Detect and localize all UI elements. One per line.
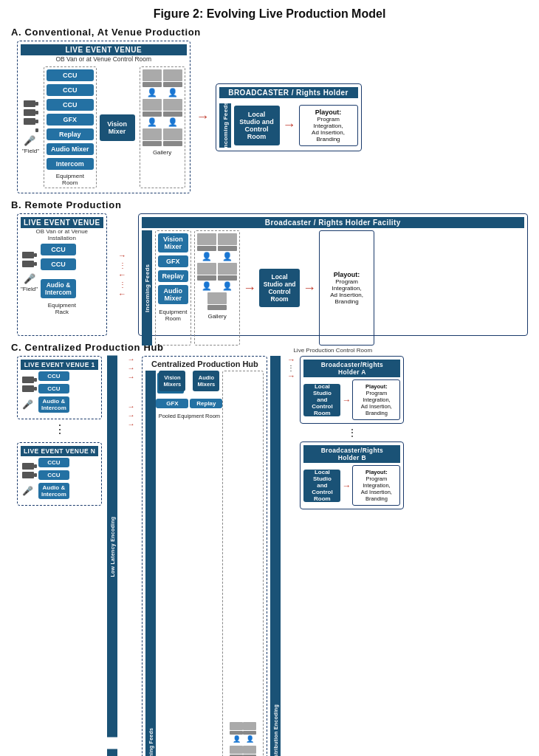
cameras-vn: 🎤 [22, 463, 34, 496]
cameras-v1: 🎤 [22, 377, 34, 410]
gfx-a: GFX [47, 114, 94, 126]
eq-room-label-b: EquipmentRoom [158, 309, 189, 322]
cam3 [24, 118, 35, 125]
lpcr-label: Live Production Control Room [142, 347, 524, 354]
broadcasters-col-c: Broadcaster/RightsHolder A LocalStudio a… [300, 356, 404, 756]
ccu1-vn: CCU [38, 458, 69, 467]
ccu2-vn: CCU [38, 470, 69, 480]
gfx-b: GFX [158, 255, 189, 267]
mic-b: 🎤 [24, 273, 35, 284]
incoming-feeds-hub-label: Incoming Feeds [145, 371, 156, 756]
ccu2-b: CCU [41, 258, 76, 270]
playout-a: Playout: ProgramIntegration,Ad Insertion… [299, 105, 358, 146]
section-a: A. Conventional, At Venue Production LIV… [11, 27, 528, 193]
gallery-a: 👤 👤 👤 👤 Gallery [140, 66, 185, 188]
section-a-venue-title: LIVE EVENT VENUE [21, 44, 187, 55]
broadcaster-a-c: Broadcaster/RightsHolder A LocalStudio a… [300, 356, 404, 424]
venue-n-c: LIVE EVENT VENUE N 🎤 CCU CCU Audio &Inte… [17, 442, 102, 506]
venues-col-c: LIVE EVENT VENUE 1 🎤 CCU CCU Audio &Inte… [17, 356, 102, 756]
incoming-feeds-label-a: Incoming Feeds [219, 103, 231, 148]
cam1-b [22, 252, 34, 258]
section-b-venue: LIVE EVENT VENUE OB Van or at VenueInsta… [17, 213, 107, 336]
dist-arrows: → ⋮ → [285, 356, 297, 756]
arrow-a-broadcaster: → [196, 109, 210, 125]
section-b: B. Remote Production LIVE EVENT VENUE OB… [11, 199, 528, 336]
replay-b: Replay [158, 270, 189, 282]
section-a-venue: LIVE EVENT VENUE OB Van or at Venue Cont… [17, 41, 190, 193]
playout-b: Playout: ProgramIntegration,Ad Insertion… [319, 230, 374, 346]
audio-mixer-b: AudioMixer [158, 285, 189, 304]
venue-dots-c: ⋮ [17, 422, 102, 436]
playout-a-c: Playout: ProgramIntegration,Ad Insertion… [352, 379, 400, 420]
hub-title-c: Centralized Production Hub [145, 360, 264, 368]
incoming-feeds-hub: Incoming Feeds [145, 371, 156, 756]
arrow-b2: ← [118, 271, 126, 279]
ccu1-b: CCU [41, 244, 76, 255]
gfx-hub: GFX [156, 399, 188, 408]
field-label-b: "Field" [21, 286, 38, 292]
incoming-feeds-bar-a: Incoming Feeds [219, 103, 231, 148]
local-studio-b-c: LocalStudio andControl Room [303, 470, 340, 502]
broadcaster-title-a: BROADCASTER / Rights Holder [219, 87, 358, 98]
local-studio-a: LocalStudio andControl Room [234, 106, 280, 145]
arrow-b-studio: → [243, 230, 256, 346]
broadcaster-a: BROADCASTER / Rights Holder Incoming Fee… [216, 83, 362, 151]
incoming-feeds-label-b: Incoming Feeds [142, 230, 152, 346]
local-studio-a-c: LocalStudio andControl Room [303, 384, 340, 416]
playout-body-a: ProgramIntegration,Ad Insertion,Branding [304, 116, 353, 142]
vision-mixer-area-a: VisionMixer [100, 66, 135, 188]
section-a-label: A. Conventional, At Venue Production [11, 27, 528, 38]
intercom-a: Intercom [47, 158, 94, 170]
broadcaster-facility-title-b: Broadcaster / Rights Holder Facility [142, 217, 524, 228]
equipment-room-a: CCU CCU CCU GFX Replay Audio Mixer Inter… [44, 66, 97, 188]
incoming-feeds-col-b: Incoming Feeds [142, 230, 152, 346]
venue-n-title-c: LIVE EVENT VENUE N [21, 446, 98, 456]
ccu2-a: CCU [47, 84, 94, 96]
replay-a: Replay [47, 128, 94, 140]
gallery-b: 👤 👤 👤 👤 Gallery [194, 230, 240, 346]
pooled-label-c: Pooled Equipment Room [156, 413, 222, 419]
broadcaster-b-title-c: Broadcaster/RightsHolder B [303, 445, 400, 463]
gallery-label-b: Gallery [207, 313, 226, 320]
low-latency-bars: Low Latency Encoding Low Latency Encodin… [105, 356, 120, 756]
arrow-b1: → [118, 252, 126, 260]
ccu3-a: CCU [47, 99, 94, 111]
equipment-room-b: VisionMixer GFX Replay AudioMixer Equipm… [155, 230, 192, 346]
cam1 [24, 100, 35, 107]
section-a-venue-subtitle: OB Van or at Venue Control Room [21, 55, 187, 63]
hub-c: Centralized Production Hub Incoming Feed… [142, 356, 267, 756]
replay-hub: Replay [190, 399, 222, 408]
cameras-col-a: 🎤 [24, 100, 35, 146]
section-b-label: B. Remote Production [11, 199, 528, 210]
audio-intercom-v1: Audio &Intercom [38, 396, 69, 413]
low-latency-1: Low Latency Encoding [107, 356, 117, 738]
section-b-venue-subtitle: OB Van or at VenueInstallation [21, 228, 103, 241]
section-c: C. Centralized Production Hub LIVE EVENT… [11, 342, 528, 756]
audio-mixers-stack: AudioMixers [190, 371, 222, 397]
page-title: Figure 2: Evolving Live Production Model [11, 7, 528, 21]
arrow-b-playout: → [303, 230, 316, 346]
broadcaster-facility-b: Broadcaster / Rights Holder Facility Inc… [138, 213, 528, 336]
ccu2-v1: CCU [38, 384, 69, 394]
playout-b-c: Playout: ProgramIntegration,Ad Insertion… [352, 465, 400, 506]
audio-intercom-b: Audio &Intercom [41, 279, 76, 298]
arrow-b3: ← [118, 290, 126, 298]
field-label-a: "Field" [22, 148, 39, 154]
venue-arrows-c: → → → → → → [123, 356, 139, 756]
vision-mixers-stack: VisionMixers [156, 371, 188, 397]
pooled-equipment: VisionMixers GFX AudioMixers [156, 371, 222, 756]
arrow-studio-playout-a: → [283, 117, 296, 133]
vision-mixer-b: VisionMixer [158, 233, 189, 252]
broadcaster-a-title-c: Broadcaster/RightsHolder A [303, 360, 400, 377]
local-studio-b: LocalStudio andControl Room [259, 269, 300, 307]
dots-b2: ⋮ [119, 281, 126, 289]
ccu1-v1: CCU [38, 371, 69, 381]
vision-mixer-a: VisionMixer [100, 114, 135, 141]
venue1-title-c: LIVE EVENT VENUE 1 [21, 360, 98, 370]
audio-intercom-vn: Audio &Intercom [38, 483, 69, 499]
mic-icon-a: 🎤 [24, 135, 35, 146]
distribution-label: Distribution Encoding [270, 356, 281, 756]
broadcaster-dots: ⋮ [300, 427, 404, 439]
gallery-label-a: Gallery [153, 149, 171, 156]
section-b-venue-title: LIVE EVENT VENUE [21, 217, 103, 228]
